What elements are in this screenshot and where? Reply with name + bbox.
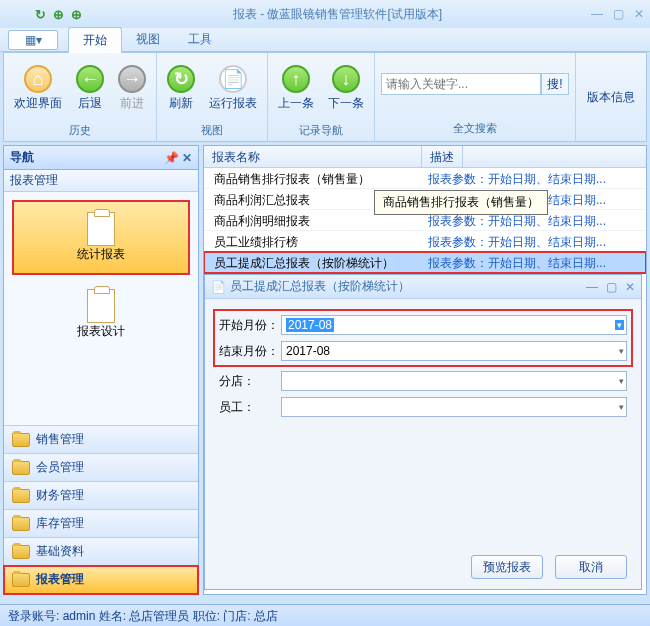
clipboard-icon [87, 212, 115, 246]
tab-view[interactable]: 视图 [122, 27, 174, 52]
folder-icon [12, 573, 30, 587]
end-month-label: 结束月份： [219, 343, 281, 360]
branch-label: 分店： [219, 373, 281, 390]
chevron-down-icon[interactable]: ▾ [619, 346, 624, 356]
qat-prev-icon[interactable]: ⊕ [50, 6, 66, 22]
refresh-button[interactable]: ↻刷新 [161, 63, 201, 114]
back-icon: ← [76, 65, 104, 93]
table-row[interactable]: 商品销售排行报表（销售量）报表参数：开始日期、结束日期... [204, 168, 646, 189]
tab-tools[interactable]: 工具 [174, 27, 226, 52]
nav-cat-stock[interactable]: 库存管理 [4, 510, 198, 538]
nav-cat-member[interactable]: 会员管理 [4, 454, 198, 482]
qat-next-icon[interactable]: ⊕ [68, 6, 84, 22]
menubar: ▦▾ 开始 视图 工具 [0, 28, 650, 52]
nav-section-header: 报表管理 [4, 170, 198, 192]
folder-icon [12, 545, 30, 559]
chevron-down-icon[interactable]: ▾ [615, 320, 624, 330]
start-month-label: 开始月份： [219, 317, 281, 334]
ribbon-group-search: 搜! 全文搜索 [375, 53, 576, 141]
table-row[interactable]: 员工业绩排行榜报表参数：开始日期、结束日期... [204, 231, 646, 252]
start-month-input[interactable]: 2017-08▾ [281, 315, 627, 335]
search-input[interactable] [381, 73, 541, 95]
nav-title: 导航📌 ✕ [4, 146, 198, 170]
nav-cat-report[interactable]: 报表管理 [4, 566, 198, 594]
col-description[interactable]: 描述 [422, 146, 463, 167]
employee-label: 员工： [219, 399, 281, 416]
run-icon: 📄 [219, 65, 247, 93]
dialog-title[interactable]: 📄 员工提成汇总报表（按阶梯统计） —▢✕ [205, 275, 641, 299]
welcome-button[interactable]: ⌂欢迎界面 [8, 63, 68, 114]
nav-cat-basic[interactable]: 基础资料 [4, 538, 198, 566]
folder-icon [12, 433, 30, 447]
run-report-button[interactable]: 📄运行报表 [203, 63, 263, 114]
close-icon[interactable]: ✕ [634, 7, 644, 21]
window-title: 报表 - 傲蓝眼镜销售管理软件[试用版本] [84, 6, 591, 23]
titlebar: ↻ ⊕ ⊕ 报表 - 傲蓝眼镜销售管理软件[试用版本] — ▢ ✕ [0, 0, 650, 28]
nav-item-report-design[interactable]: 报表设计 [12, 279, 190, 350]
status-bar: 登录账号: admin 姓名: 总店管理员 职位: 门店: 总店 [0, 604, 650, 626]
forward-button[interactable]: →前进 [112, 63, 152, 114]
chevron-down-icon[interactable]: ▾ [619, 402, 624, 412]
forward-icon: → [118, 65, 146, 93]
cancel-button[interactable]: 取消 [555, 555, 627, 579]
quick-access-toolbar: ↻ ⊕ ⊕ [32, 6, 84, 22]
next-record-button[interactable]: ↓下一条 [322, 63, 370, 114]
preview-button[interactable]: 预览报表 [471, 555, 543, 579]
pin-icon[interactable]: 📌 ✕ [164, 151, 192, 165]
down-icon: ↓ [332, 65, 360, 93]
nav-panel: 导航📌 ✕ 报表管理 统计报表 报表设计 销售管理 会员管理 财务管理 库存管理… [3, 145, 199, 595]
col-report-name[interactable]: 报表名称 [204, 146, 422, 167]
qat-refresh-icon[interactable]: ↻ [32, 6, 48, 22]
search-button[interactable]: 搜! [541, 73, 569, 95]
ribbon-group-view: ↻刷新 📄运行报表 视图 [157, 53, 268, 141]
table-row[interactable]: 员工提成汇总报表（按阶梯统计）报表参数：开始日期、结束日期... [204, 252, 646, 273]
minimize-icon[interactable]: — [591, 7, 603, 21]
dlg-max-icon[interactable]: ▢ [606, 280, 617, 294]
version-button[interactable]: 版本信息 [576, 53, 646, 141]
grid-header: 报表名称 描述 [204, 146, 646, 168]
ribbon: ⌂欢迎界面 ←后退 →前进 历史 ↻刷新 📄运行报表 视图 ↑上一条 ↓下一条 … [3, 52, 647, 142]
tab-start[interactable]: 开始 [68, 27, 122, 53]
content-panel: 报表名称 描述 商品销售排行报表（销售量）报表参数：开始日期、结束日期... 商… [203, 145, 647, 595]
app-menu-button[interactable]: ▦▾ [8, 30, 58, 50]
back-button[interactable]: ←后退 [70, 63, 110, 114]
chevron-down-icon[interactable]: ▾ [619, 376, 624, 386]
clipboard-icon [87, 289, 115, 323]
nav-cat-finance[interactable]: 财务管理 [4, 482, 198, 510]
dlg-close-icon[interactable]: ✕ [625, 280, 635, 294]
folder-icon [12, 517, 30, 531]
employee-input[interactable]: ▾ [281, 397, 627, 417]
up-icon: ↑ [282, 65, 310, 93]
tooltip: 商品销售排行报表（销售量） [374, 190, 548, 215]
prev-record-button[interactable]: ↑上一条 [272, 63, 320, 114]
nav-item-stats-report[interactable]: 统计报表 [12, 200, 190, 275]
date-range-group: 开始月份：2017-08▾ 结束月份：2017-08▾ [215, 311, 631, 365]
maximize-icon[interactable]: ▢ [613, 7, 624, 21]
folder-icon [12, 489, 30, 503]
param-dialog: 📄 员工提成汇总报表（按阶梯统计） —▢✕ 开始月份：2017-08▾ 结束月份… [204, 274, 642, 590]
ribbon-group-recnav: ↑上一条 ↓下一条 记录导航 [268, 53, 375, 141]
branch-input[interactable]: ▾ [281, 371, 627, 391]
ribbon-group-history: ⌂欢迎界面 ←后退 →前进 历史 [4, 53, 157, 141]
folder-icon [12, 461, 30, 475]
home-icon: ⌂ [24, 65, 52, 93]
refresh-icon: ↻ [167, 65, 195, 93]
dlg-min-icon[interactable]: — [586, 280, 598, 294]
nav-cat-sales[interactable]: 销售管理 [4, 426, 198, 454]
grid-body: 商品销售排行报表（销售量）报表参数：开始日期、结束日期... 商品利润汇总报表报… [204, 168, 646, 273]
end-month-input[interactable]: 2017-08▾ [281, 341, 627, 361]
